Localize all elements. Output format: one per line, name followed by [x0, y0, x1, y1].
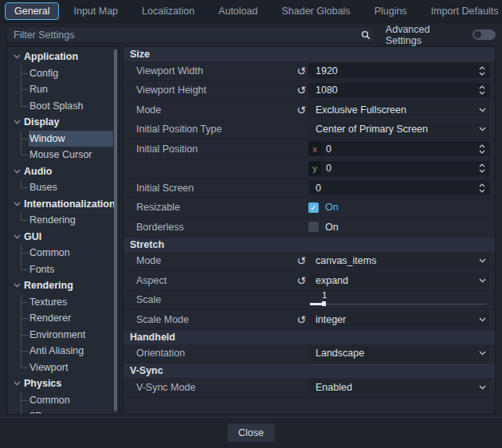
- tree-item-common[interactable]: Common: [7, 245, 119, 261]
- spinbox-value: 0: [326, 163, 474, 174]
- chevron-down-icon[interactable]: [14, 54, 21, 59]
- tree-category-rendering[interactable]: Rendering: [7, 277, 119, 294]
- tab-shader-globals[interactable]: Shader Globals: [272, 2, 359, 20]
- spinbox-viewport-width[interactable]: 1920: [308, 63, 490, 78]
- dropdown-orientation[interactable]: Landscape: [308, 346, 490, 361]
- tree-item-label: Run: [29, 84, 48, 95]
- property-label: Initial Position: [136, 143, 294, 155]
- tree-item-textures[interactable]: Textures: [7, 294, 119, 311]
- close-button[interactable]: Close: [227, 423, 275, 442]
- updown-arrows-icon[interactable]: [474, 144, 490, 154]
- chevron-down-icon[interactable]: [14, 120, 21, 124]
- chevron-down-icon[interactable]: [14, 202, 21, 206]
- tree-item-boot-splash[interactable]: Boot Splash: [7, 98, 119, 115]
- revert-icon[interactable]: ↺: [294, 314, 308, 325]
- property-label: Aspect: [136, 275, 294, 286]
- chevron-down-icon[interactable]: [14, 234, 21, 239]
- tab-general[interactable]: General: [5, 2, 59, 20]
- tab-autoload[interactable]: Autoload: [209, 2, 267, 20]
- revert-icon[interactable]: ↺: [294, 84, 308, 96]
- tree-item-buses[interactable]: Buses: [7, 179, 119, 196]
- updown-arrows-icon[interactable]: [474, 85, 490, 95]
- axis-y-label: y: [308, 161, 321, 176]
- slider-track[interactable]: [310, 304, 487, 305]
- updown-arrows-icon[interactable]: [474, 66, 490, 76]
- spinbox-x[interactable]: x0: [308, 141, 490, 156]
- checkbox-value-label: On: [325, 202, 339, 213]
- dropdown-value: integer: [316, 314, 474, 325]
- tree-item-fonts[interactable]: Fonts: [7, 261, 119, 278]
- updown-arrows-icon[interactable]: [474, 183, 490, 193]
- slider-value: 1: [322, 290, 327, 300]
- dropdown-value: canvas_items: [316, 255, 474, 266]
- dropdown-value: expand: [316, 275, 474, 286]
- tree-category-label: Audio: [24, 166, 52, 177]
- chevron-down-icon[interactable]: [14, 283, 21, 288]
- tree-item-common[interactable]: Common: [7, 392, 119, 409]
- property-label: Mode: [136, 104, 294, 116]
- tree-item-label: Environment: [29, 329, 85, 340]
- tree-category-application[interactable]: Application: [7, 49, 119, 65]
- tab-plugins[interactable]: Plugins: [365, 2, 417, 20]
- slider-handle[interactable]: [322, 301, 326, 306]
- spinbox-value: 1080: [316, 84, 474, 96]
- sidebar-scrollbar[interactable]: [114, 49, 117, 411]
- tree-category-internationalization[interactable]: Internationalization: [7, 196, 119, 213]
- revert-icon[interactable]: ↺: [294, 255, 308, 266]
- property-label: Scale Mode: [136, 314, 294, 325]
- tree-item-mouse-cursor[interactable]: Mouse Cursor: [7, 147, 119, 163]
- advanced-settings-toggle[interactable]: [473, 29, 496, 40]
- revert-icon[interactable]: ↺: [294, 65, 308, 77]
- spinbox-y[interactable]: y0: [308, 161, 490, 176]
- checkbox-value-label: On: [325, 222, 339, 233]
- chevron-down-icon[interactable]: [14, 169, 21, 174]
- tab-bar: GeneralInput MapLocalizationAutoloadShad…: [0, 0, 502, 23]
- property-label: Viewport Width: [136, 65, 294, 77]
- tree-item-label: Common: [29, 247, 70, 258]
- tree-category-physics[interactable]: Physics: [7, 375, 119, 392]
- tree-item-anti-aliasing[interactable]: Anti Aliasing: [7, 343, 119, 360]
- tree-item-config[interactable]: Config: [7, 65, 119, 82]
- tree-item-label: Renderer: [29, 312, 71, 324]
- spinbox-viewport-height[interactable]: 1080: [308, 83, 490, 98]
- tab-localization[interactable]: Localization: [132, 2, 204, 20]
- tree-category-label: Application: [24, 51, 78, 62]
- tree-item-run[interactable]: Run: [7, 81, 119, 98]
- updown-arrows-icon[interactable]: [474, 163, 490, 173]
- dropdown-scale-mode[interactable]: integer: [308, 312, 490, 327]
- checkbox-checked[interactable]: ✓: [308, 202, 319, 213]
- checkbox-unchecked[interactable]: [308, 222, 319, 232]
- tree-item-label: Window: [29, 133, 65, 144]
- tree-category-audio[interactable]: Audio: [7, 163, 119, 180]
- tree-item-label: Common: [29, 395, 70, 406]
- tab-input-map[interactable]: Input Map: [64, 2, 127, 20]
- tree-item-label: Fonts: [29, 264, 54, 275]
- revert-icon[interactable]: ↺: [294, 275, 308, 286]
- tree-item-label: Buses: [29, 182, 57, 193]
- tree-category-gui[interactable]: GUI: [7, 229, 119, 246]
- dropdown-mode[interactable]: canvas_items: [308, 253, 490, 269]
- filter-settings-input[interactable]: [7, 29, 358, 41]
- dropdown-aspect[interactable]: expand: [308, 273, 490, 288]
- tree-category-label: Rendering: [24, 280, 73, 291]
- chevron-down-icon[interactable]: [14, 381, 21, 386]
- slider-scale[interactable]: 1: [308, 290, 490, 309]
- tree-item-label: Rendering: [29, 214, 76, 226]
- tree-item-2d[interactable]: 2D: [7, 408, 119, 415]
- dropdown-initial-position-type[interactable]: Center of Primary Screen: [308, 122, 490, 137]
- tree-category-display[interactable]: Display: [7, 114, 119, 131]
- tree-item-renderer[interactable]: Renderer: [7, 310, 119, 327]
- tree-item-rendering[interactable]: Rendering: [7, 212, 119, 229]
- tree-item-label: Mouse Cursor: [29, 149, 92, 160]
- tree-item-viewport[interactable]: Viewport: [7, 360, 119, 376]
- tree-item-environment[interactable]: Environment: [7, 327, 119, 344]
- revert-icon[interactable]: ↺: [294, 104, 308, 116]
- tab-import-defaults[interactable]: Import Defaults: [422, 2, 502, 20]
- dropdown-mode[interactable]: Exclusive Fullscreen: [308, 102, 490, 117]
- spinbox-initial-screen[interactable]: 0: [308, 180, 490, 195]
- dropdown-value: Center of Primary Screen: [316, 124, 474, 135]
- tree-item-label: Textures: [29, 297, 67, 308]
- settings-panel: SizeViewport Width↺1920Viewport Height↺1…: [123, 46, 496, 415]
- tree-item-window[interactable]: Window: [7, 131, 119, 147]
- dropdown-v-sync-mode[interactable]: Enabled: [308, 379, 490, 395]
